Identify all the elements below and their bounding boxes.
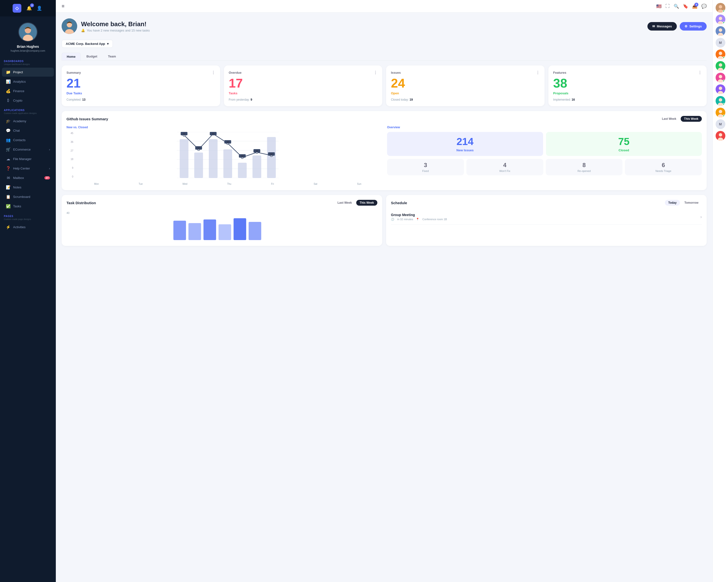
sidebar-item-project[interactable]: 📁 Project [2,68,54,77]
github-thisweek-button[interactable]: This Week [681,116,702,122]
welcome-title: Welcome back, Brian! [81,20,150,28]
svg-rect-44 [219,224,231,240]
github-lastweek-button[interactable]: Last Week [658,116,680,122]
user-profile-section: Brian Hughes hughes.brian@company.com [0,17,56,56]
user-email: hughes.brian@company.com [11,49,45,52]
chevron-down-icon: ▾ [107,42,109,46]
right-avatar-10[interactable]: M [716,119,725,129]
settings-button[interactable]: ⚙ Settings [680,22,707,31]
fixed-number: 3 [390,162,461,169]
tab-team[interactable]: Team [103,53,121,60]
stat-card-features-menu[interactable]: ⋮ [698,70,702,75]
sidebar-item-contacts-label: Contacts [13,138,25,142]
online-indicator [723,22,725,24]
github-issues-title: Github Issues Summary [67,117,108,121]
sidebar-item-scrumboard[interactable]: 📋 Scrumboard [2,192,54,201]
stat-card-features: Features ⋮ 38 Proposals Implemented: 16 [548,65,707,106]
sidebar-item-analytics[interactable]: 📊 Analytics [2,77,54,86]
sidebar-item-contacts[interactable]: 👥 Contacts [2,136,54,144]
project-selector[interactable]: ACME Corp. Backend App ▾ [62,40,113,48]
schedule-item-title: Group Meeting [391,213,447,217]
sidebar-item-activities[interactable]: ⚡ Activities [2,223,54,231]
right-avatar-2[interactable] [716,26,725,36]
fullscreen-icon[interactable]: ⛶ [666,4,670,9]
online-indicator [723,56,725,59]
user-avatar [18,22,37,42]
flag-icon[interactable]: 🇺🇸 [656,4,661,9]
task-dist-thisweek[interactable]: This Week [356,200,378,206]
svg-rect-42 [188,223,201,240]
sidebar-item-crypto-label: Crypto [13,99,22,102]
mailbox-icon: ✉ [6,175,11,180]
search-icon[interactable]: 🔍 [674,4,679,9]
svg-point-69 [719,98,722,102]
task-distribution-card: Task Distribution Last Week This Week 40 [62,195,382,246]
right-avatar-4[interactable] [716,50,725,59]
topbar-right: 🇺🇸 ⛶ 🔍 🔖 📥 5 💬 [656,4,707,9]
settings-gear-icon: ⚙ [684,25,687,28]
right-avatar-9[interactable] [716,108,725,117]
user-search-button[interactable]: 👤 [35,4,43,12]
menu-icon[interactable]: ≡ [62,3,64,9]
sidebar-item-ecommerce-label: ECommerce [13,148,31,151]
stat-overdue-label: Tasks [229,91,378,95]
github-inner: New vs. Closed 45 36 27 18 9 0 [67,126,702,185]
right-avatar-6[interactable] [716,73,725,82]
stat-card-summary-menu[interactable]: ⋮ [211,70,215,75]
schedule-item-arrow-icon[interactable]: › [700,214,702,219]
right-avatar-7[interactable] [716,84,725,94]
sidebar-item-mailbox[interactable]: ✉ Mailbox 27 [2,173,54,182]
schedule-card: Schedule Today Tomorrow Group Meeting 🕐 … [386,195,707,246]
content-area: Welcome back, Brian! 🔔 You have 2 new me… [56,12,712,582]
schedule-item-meta: 🕐 in 32 minutes 📍 Conference room 1B [391,218,447,221]
online-indicator [723,80,725,82]
stat-card-issues-menu[interactable]: ⋮ [536,70,540,75]
ecommerce-arrow-icon: › [49,148,50,151]
right-avatar-3[interactable]: M [716,38,725,48]
schedule-item-details: Group Meeting 🕐 in 32 minutes 📍 Conferen… [391,213,447,221]
main-content: ≡ 🇺🇸 ⛶ 🔍 🔖 📥 5 💬 [56,0,712,582]
sidebar-item-finance[interactable]: 💰 Finance [2,87,54,95]
sidebar-item-ecommerce[interactable]: 🛒 ECommerce › [2,145,54,154]
schedule-today-button[interactable]: Today [665,200,680,206]
sidebar-item-academy[interactable]: 🎓 Academy [2,117,54,126]
tab-home[interactable]: Home [62,53,81,60]
tab-budget[interactable]: Budget [81,53,102,60]
fixed-card: 3 Fixed [387,159,464,175]
stat-card-overdue-menu[interactable]: ⋮ [373,70,378,75]
sidebar-item-file-manager[interactable]: ☁ File Manager [2,155,54,163]
sidebar-item-chat[interactable]: 💬 Chat [2,126,54,135]
svg-rect-46 [249,222,261,240]
scrumboard-icon: 📋 [6,194,11,199]
contacts-icon: 👥 [6,138,11,142]
svg-rect-15 [209,139,218,178]
bookmark-icon[interactable]: 🔖 [683,4,688,9]
stat-card-issues: Issues ⋮ 24 Open Closed today: 19 [386,65,545,106]
reopened-label: Re-opened [549,169,620,172]
right-avatar-8[interactable] [716,96,725,106]
right-avatar-11[interactable] [716,131,725,141]
needs-triage-number: 6 [628,162,699,169]
messages-icon[interactable]: 💬 [701,4,707,9]
sidebar-item-notes[interactable]: 📝 Notes [2,183,54,192]
notifications-button[interactable]: 🔔 3 [25,4,33,12]
applications-section-label: APPLICATIONS [0,105,56,112]
sidebar-item-help-center[interactable]: ❓ Help Center › [2,164,54,173]
sidebar-item-crypto[interactable]: ₿ Crypto [2,96,54,105]
inbox-icon[interactable]: 📥 5 [692,4,697,9]
right-avatar-1[interactable] [716,15,725,24]
reopened-card: 8 Re-opened [546,159,623,175]
logo-icon[interactable]: ◇ [12,4,21,12]
schedule-tomorrow-button[interactable]: Tomorrow [681,200,702,206]
tasks-icon: ✅ [6,204,11,209]
messages-button[interactable]: ✉ Messages [647,22,677,31]
file-manager-icon: ☁ [6,157,11,161]
sidebar-item-tasks[interactable]: ✅ Tasks [2,202,54,211]
task-dist-lastweek[interactable]: Last Week [334,200,355,206]
svg-point-63 [719,75,722,78]
right-avatar-5[interactable] [716,61,725,71]
task-dist-header: Task Distribution Last Week This Week [67,200,378,206]
task-dist-chart: 40 [67,210,378,241]
right-avatar-0[interactable] [716,3,725,12]
academy-icon: 🎓 [6,119,11,123]
